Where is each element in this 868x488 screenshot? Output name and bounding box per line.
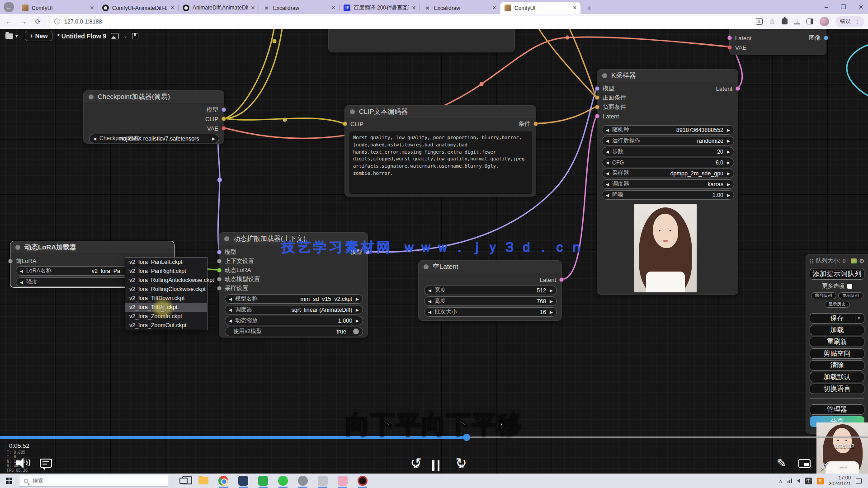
input-context-options[interactable]: 上下文设置 [217,258,254,265]
next-arrow-icon[interactable]: ▶ [212,136,215,141]
tray-expand-icon[interactable]: ∧ [779,478,783,484]
url-input[interactable]: i 127.0.0.1:8188 [49,16,763,28]
denoise-widget[interactable]: ◀ 降噪 1.00 ▶ [602,190,734,200]
network-icon[interactable] [788,479,793,483]
next-arrow-icon[interactable]: ▶ [356,297,359,301]
forward-button[interactable]: → [18,16,29,27]
input-prev-lora[interactable]: 前LoRA [8,258,37,265]
rewind-10-button[interactable]: ↺ 10 [406,456,426,475]
latent-slot-dot[interactable] [595,114,599,118]
input-sample-settings[interactable]: 采样设置 [217,285,248,292]
downloads-icon[interactable]: ↓ [794,19,800,24]
subtitle-button[interactable] [40,459,52,468]
context-slot-dot[interactable] [217,259,222,263]
latent-slot-dot[interactable] [727,36,732,40]
collapse-dot-icon[interactable] [424,264,429,269]
profile-avatar[interactable] [820,17,829,26]
file-explorer-button[interactable] [198,475,209,486]
pip-button[interactable] [798,459,811,468]
gear-icon[interactable]: ⚙ [859,258,864,264]
tab-excalidraw-2[interactable]: ✕ Excalidraw ✕ [420,2,500,14]
negative-slot-dot[interactable] [595,105,599,109]
latent-slot-dot[interactable] [736,86,740,91]
next-arrow-icon[interactable]: ▶ [727,193,730,197]
seed-widget[interactable]: ◀ 随机种 891873643888552 ▶ [602,125,734,135]
site-info-icon[interactable]: i [54,19,60,24]
save-dropdown-icon[interactable]: ▼ [855,315,863,322]
node-partial-top[interactable] [328,29,515,52]
new-workflow-button[interactable]: + New [25,31,52,41]
next-arrow-icon[interactable]: ▶ [727,128,730,132]
tab-baidu-translate[interactable]: 译 百度翻译-200种语言互译、沟 ✕ [339,2,420,14]
scheduler-widget[interactable]: ◀ 调度器 karras ▶ [602,179,734,189]
chevron-down-icon[interactable]: ⌄ [123,33,127,38]
tab-github-evolved[interactable]: ComfyUI-AnimateDiff-Evolve ✕ [98,2,178,14]
image-slot-dot[interactable] [824,36,828,40]
prev-arrow-icon[interactable]: ◀ [606,150,609,154]
height-widget[interactable]: ◀ 高度 768 ▶ [424,296,557,306]
sampler-widget[interactable]: ◀ 采样器 dpmpp_2m_sde_gpu ▶ [602,169,734,178]
beta-schedule-widget[interactable]: ◀ 调度器 sqrt_linear (AnimateDiff) ▶ [225,305,363,314]
prev-lora-slot-dot[interactable] [8,259,13,263]
gallery-icon[interactable] [851,258,857,263]
batch-size-widget[interactable]: ◀ 批次大小 16 ▶ [424,307,557,317]
clip-slot-dot[interactable] [343,122,347,126]
save-workflow-icon[interactable] [132,33,138,39]
clip-slot-dot[interactable] [222,117,226,121]
prev-arrow-icon[interactable]: ◀ [606,139,609,143]
tab-comfyui-1[interactable]: ComfyUI ✕ [17,2,98,14]
node-ksampler[interactable]: K采样器 模型 正面条件 负面条件 Latent Latent [597,69,738,295]
node-checkpoint-loader[interactable]: Checkpoint加载器(简易) 模型 CLIP VAE ◀ Checkpoi… [83,90,224,144]
kebab-menu-icon[interactable]: ⋮ [854,19,860,25]
collapse-dot-icon[interactable] [224,236,229,241]
output-model[interactable]: 模型 [207,106,226,113]
checkpoint-name-widget[interactable]: ◀ Checkpoint名称 majicMIX realisticv7.safe… [89,134,219,143]
save-button[interactable]: 保存 ▼ [810,313,864,324]
cfg-widget[interactable]: ◀ CFG 6.0 ▶ [602,158,734,167]
volume-button[interactable] [16,457,31,470]
app-button-2[interactable] [258,475,269,486]
prompt-textarea[interactable]: Worst quality, low quality, poor proport… [349,131,532,194]
prev-arrow-icon[interactable]: ◀ [229,297,232,301]
close-window-button[interactable]: ✕ [859,4,863,10]
minimize-button[interactable]: – [825,4,828,10]
task-view-button[interactable] [178,475,189,486]
close-tab-icon[interactable]: ✕ [251,5,255,11]
positive-slot-dot[interactable] [595,95,599,100]
prev-arrow-icon[interactable]: ◀ [20,269,23,273]
input-negative[interactable]: 负面条件 [595,103,626,111]
node-vae-decode[interactable]: Latent VAE 图像 [729,29,826,55]
control-after-generate-widget[interactable]: ◀ 运行后操作 randomize ▶ [602,136,734,145]
conditioning-slot-dot[interactable] [533,122,538,126]
tab-comfyui-active[interactable]: ComfyUI ✕ [500,2,580,14]
input-clip[interactable]: CLIP [343,120,363,127]
switch-language-button[interactable]: 切换语言 [810,384,864,394]
app-button-6[interactable] [337,475,348,486]
close-tab-icon[interactable]: ✕ [90,5,94,11]
workflow-title[interactable]: * Untitled Flow 9 [57,33,106,40]
menu-item[interactable]: v2_lora_RollingClockwise.ckpt [125,285,207,294]
motion-scale-widget[interactable]: ◀ 动态缩放 1.000 ▶ [225,316,363,325]
node-title[interactable]: CLIP文本编码器 [345,106,536,118]
ime-icon[interactable]: 中 [805,478,812,484]
collapse-dot-icon[interactable] [350,109,355,114]
menu-item[interactable]: v2_lora_PanLeft.ckpt [125,258,207,267]
prev-arrow-icon[interactable]: ◀ [606,182,609,187]
prev-arrow-icon[interactable]: ◀ [93,136,96,141]
prev-arrow-icon[interactable]: ◀ [428,288,431,293]
app-button-1[interactable] [238,475,249,486]
steps-widget[interactable]: ◀ 步数 20 ▶ [602,147,734,156]
close-tab-icon[interactable]: ✕ [331,5,335,11]
next-arrow-icon[interactable]: ▶ [727,182,730,187]
extra-options-checkbox[interactable] [847,284,852,289]
output-conditioning[interactable]: 条件 [519,120,538,127]
menu-item[interactable]: v2_lora_ZoomOut.ckpt [125,321,207,330]
extensions-icon[interactable] [782,19,788,24]
settings-slot-dot[interactable] [217,277,222,282]
sample-settings-slot-dot[interactable] [217,286,222,291]
node-title[interactable]: Checkpoint加载器(简易) [84,91,224,103]
next-arrow-icon[interactable]: ▶ [727,160,730,165]
view-history-button[interactable]: 显示历史 [825,301,850,308]
app-button-4[interactable] [297,475,308,486]
app-button-3[interactable] [278,475,288,486]
